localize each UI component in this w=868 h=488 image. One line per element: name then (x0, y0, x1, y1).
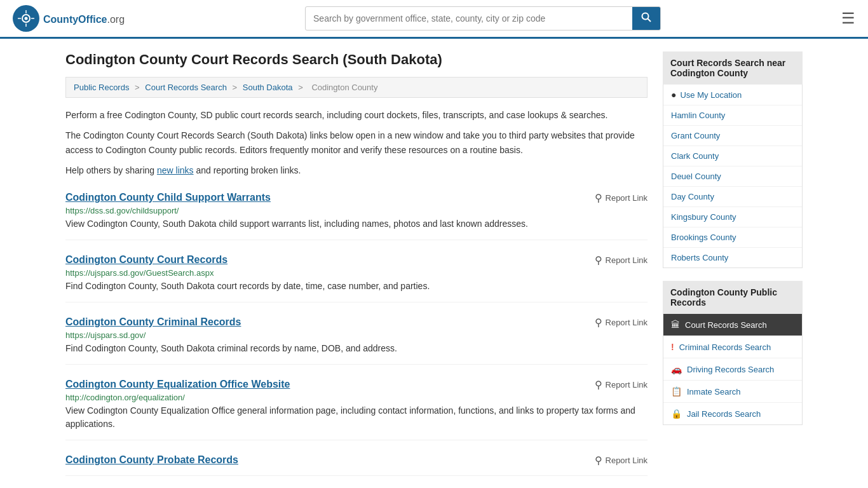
result-url-3[interactable]: http://codington.org/equalization/ (65, 393, 648, 402)
result-item-0: Codington County Child Support Warrants … (65, 192, 648, 240)
result-url-1[interactable]: https://ujspars.sd.gov/GuestSearch.aspx (65, 268, 648, 278)
result-url-0[interactable]: https://dss.sd.gov/childsupport/ (65, 206, 648, 215)
location-icon: ● (671, 90, 676, 100)
result-header-3: Codington County Equalization Office Web… (65, 379, 648, 391)
result-item-1: Codington County Court Records ⚲ Report … (65, 254, 648, 302)
result-header-2: Codington County Criminal Records ⚲ Repo… (65, 316, 648, 329)
nearby-county-hamlin[interactable]: Hamlin County (663, 105, 802, 126)
result-title-4[interactable]: Codington County Probate Records (65, 454, 238, 466)
public-records-title: Codington County Public Records (663, 281, 803, 314)
driving-records-icon: 🚗 (671, 364, 682, 374)
result-item-3: Codington County Equalization Office Web… (65, 379, 648, 440)
public-records-list: 🏛 Court Records Search ! Criminal Record… (663, 314, 803, 425)
result-title-2[interactable]: Codington County Criminal Records (65, 316, 241, 328)
description-1: Perform a free Codington County, SD publ… (65, 108, 648, 122)
nearby-section: Court Records Search near Codington Coun… (663, 51, 803, 268)
nearby-county-grant[interactable]: Grant County (663, 126, 802, 146)
search-bar (305, 6, 661, 30)
result-desc-1: Find Codington County, South Dakota cour… (65, 280, 648, 293)
svg-point-6 (25, 17, 28, 20)
nearby-county-day[interactable]: Day County (663, 187, 802, 207)
jail-records-icon: 🔒 (671, 409, 682, 419)
court-records-link[interactable]: Court Records Search (685, 320, 767, 330)
search-input[interactable] (306, 8, 632, 29)
pr-driving-records[interactable]: 🚗 Driving Records Search (663, 358, 802, 381)
result-header-1: Codington County Court Records ⚲ Report … (65, 254, 648, 266)
pr-inmate-search[interactable]: 📋 Inmate Search (663, 381, 802, 403)
report-link-0[interactable]: ⚲ Report Link (595, 192, 648, 204)
result-url-2[interactable]: https://ujspars.sd.gov/ (65, 330, 648, 340)
result-item-4: Codington County Probate Records ⚲ Repor… (65, 454, 648, 476)
pr-jail-records[interactable]: 🔒 Jail Records Search (663, 403, 802, 424)
page-title: Codington County Court Records Search (S… (65, 51, 648, 68)
sidebar: Court Records Search near Codington Coun… (663, 51, 803, 476)
use-my-location-item[interactable]: ● Use My Location (663, 85, 802, 105)
description-3: Help others by sharing new links and rep… (65, 163, 648, 177)
report-label-2: Report Link (606, 318, 648, 327)
logo-text: CountyOffice.org (43, 11, 125, 26)
report-icon-2: ⚲ (595, 316, 602, 329)
report-link-3[interactable]: ⚲ Report Link (595, 379, 648, 391)
use-my-location-link[interactable]: Use My Location (680, 90, 742, 100)
breadcrumb-separator-2: > (233, 83, 238, 92)
result-item-2: Codington County Criminal Records ⚲ Repo… (65, 316, 648, 365)
new-links-link[interactable]: new links (157, 165, 194, 175)
results-container: Codington County Child Support Warrants … (65, 192, 648, 476)
svg-point-7 (642, 13, 649, 20)
report-link-2[interactable]: ⚲ Report Link (595, 316, 648, 329)
criminal-records-link[interactable]: Criminal Records Search (679, 342, 771, 352)
result-title-0[interactable]: Codington County Child Support Warrants (65, 192, 271, 203)
report-label-3: Report Link (606, 380, 648, 390)
report-icon-0: ⚲ (595, 192, 602, 204)
nearby-county-brookings[interactable]: Brookings County (663, 227, 802, 248)
menu-icon[interactable]: ☰ (841, 10, 855, 27)
criminal-records-icon: ! (671, 342, 674, 352)
svg-line-8 (648, 19, 651, 22)
report-icon-3: ⚲ (595, 379, 602, 391)
court-records-icon: 🏛 (671, 320, 680, 330)
breadcrumb-current: Codington County (311, 83, 377, 92)
result-desc-2: Find Codington County, South Dakota crim… (65, 342, 648, 355)
logo-icon (13, 5, 39, 32)
logo[interactable]: CountyOffice.org (13, 5, 125, 32)
inmate-search-icon: 📋 (671, 386, 682, 396)
driving-records-link[interactable]: Driving Records Search (687, 365, 774, 374)
report-icon-1: ⚲ (595, 254, 602, 266)
result-desc-3: View Codington County Equalization Offic… (65, 404, 648, 431)
report-label-1: Report Link (606, 255, 648, 265)
nearby-title: Court Records Search near Codington Coun… (663, 51, 803, 85)
inmate-search-link[interactable]: Inmate Search (687, 387, 741, 396)
report-label-0: Report Link (606, 193, 648, 203)
breadcrumb-separator-1: > (135, 83, 140, 92)
report-icon-4: ⚲ (595, 454, 602, 466)
public-records-section: Codington County Public Records 🏛 Court … (663, 281, 803, 425)
result-title-1[interactable]: Codington County Court Records (65, 254, 227, 266)
breadcrumb: Public Records > Court Records Search > … (65, 77, 648, 98)
header-right: ☰ (841, 10, 855, 27)
nearby-county-kingsbury[interactable]: Kingsbury County (663, 207, 802, 227)
nearby-list: ● Use My Location Hamlin County Grant Co… (663, 85, 803, 268)
report-label-4: Report Link (606, 456, 648, 465)
report-link-4[interactable]: ⚲ Report Link (595, 454, 648, 466)
search-button[interactable] (632, 7, 660, 30)
nearby-county-clark[interactable]: Clark County (663, 146, 802, 166)
nearby-county-roberts[interactable]: Roberts County (663, 248, 802, 268)
report-link-1[interactable]: ⚲ Report Link (595, 254, 648, 266)
breadcrumb-link-court-records[interactable]: Court Records Search (145, 83, 227, 92)
pr-criminal-records[interactable]: ! Criminal Records Search (663, 336, 802, 358)
breadcrumb-link-public-records[interactable]: Public Records (74, 83, 129, 92)
result-desc-0: View Codington County, South Dakota chil… (65, 217, 648, 231)
content-area: Codington County Court Records Search (S… (65, 51, 648, 476)
result-header-0: Codington County Child Support Warrants … (65, 192, 648, 204)
description-2: The Codington County Court Records Searc… (65, 128, 648, 157)
result-title-3[interactable]: Codington County Equalization Office Web… (65, 379, 290, 390)
jail-records-link[interactable]: Jail Records Search (687, 409, 761, 419)
breadcrumb-link-south-dakota[interactable]: South Dakota (243, 83, 293, 92)
result-header-4: Codington County Probate Records ⚲ Repor… (65, 454, 648, 466)
breadcrumb-separator-3: > (298, 83, 303, 92)
nearby-county-deuel[interactable]: Deuel County (663, 166, 802, 187)
pr-court-records[interactable]: 🏛 Court Records Search (663, 314, 802, 336)
